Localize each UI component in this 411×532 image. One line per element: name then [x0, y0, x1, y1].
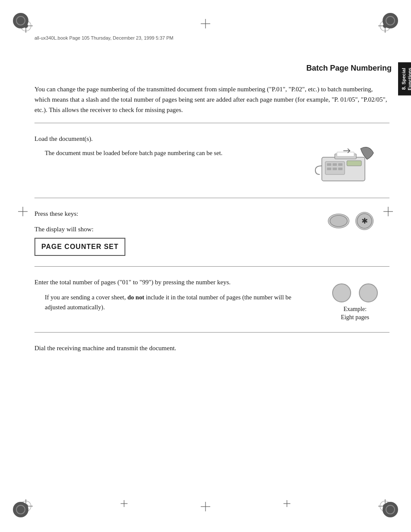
step3-image: Example: Eight pages [321, 277, 389, 322]
step3-text: Enter the total number of pages ("01" to… [34, 277, 312, 312]
step3-note-bold: do not [128, 294, 144, 301]
step3-row: Enter the total number of pages ("01" to… [34, 271, 389, 328]
header-text: all-ux340L.book Page 105 Thursday, Decem… [34, 35, 173, 40]
svg-point-26 [383, 502, 398, 517]
step3-note-prefix: If you are sending a cover sheet, [45, 294, 128, 301]
svg-rect-44 [347, 161, 361, 166]
main-content: You can change the page numbering of the… [34, 84, 389, 485]
side-tab: 8. Special Functions [398, 62, 411, 96]
oval-button [328, 214, 349, 228]
svg-rect-39 [333, 163, 337, 166]
bottom-left-circle [12, 501, 29, 520]
step1-main: Load the document(s). [34, 134, 295, 144]
step1-row: Load the document(s). The document must … [34, 128, 389, 193]
fax-machine-illustration [309, 136, 384, 187]
svg-point-47 [330, 215, 347, 227]
divider-2 [34, 198, 389, 198]
divider-1 [34, 123, 389, 123]
number-button-pair [332, 283, 378, 302]
step4-text: Dial the receiving machine and transmit … [34, 343, 389, 353]
step3-note: If you are sending a cover sheet, do not… [45, 292, 312, 312]
intro-paragraph: You can change the page numbering of the… [34, 84, 389, 115]
page-title: Batch Page Numbering [306, 64, 392, 73]
num-btn-2 [359, 283, 378, 302]
svg-rect-43 [338, 168, 342, 170]
header-file-info: all-ux340L.book Page 105 Thursday, Decem… [34, 35, 377, 40]
step2-buttons: ✱ [312, 208, 389, 230]
divider-4 [34, 332, 389, 333]
divider-3 [34, 266, 389, 267]
step4-row: Dial the receiving machine and transmit … [34, 337, 389, 359]
svg-rect-41 [327, 168, 331, 170]
svg-rect-46 [337, 152, 354, 156]
step1-note: The document must be loaded before batch… [45, 148, 295, 158]
step2-display-label: The display will show: [34, 224, 299, 234]
svg-point-28 [13, 13, 28, 28]
step3-main: Enter the total number of pages ("01" to… [34, 277, 312, 287]
step2-text: Press these keys: The display will show:… [34, 208, 299, 256]
svg-rect-42 [333, 168, 337, 170]
example-label: Example: Eight pages [341, 305, 369, 322]
star-button: ✱ [355, 212, 374, 230]
num-btn-1 [332, 283, 351, 302]
step2-row: Press these keys: The display will show:… [34, 202, 389, 262]
svg-point-24 [13, 502, 28, 517]
step4-main: Dial the receiving machine and transmit … [34, 343, 389, 353]
step2-main: Press these keys: [34, 208, 299, 219]
mid-left-mark [18, 207, 28, 218]
svg-rect-38 [327, 163, 331, 166]
bottom-cross-right [283, 500, 290, 509]
top-center-mark [201, 19, 210, 30]
svg-point-30 [383, 13, 398, 28]
bottom-right-circle [382, 501, 399, 520]
display-box: PAGE COUNTER SET [34, 238, 125, 256]
step1-image [303, 134, 389, 187]
svg-text:✱: ✱ [361, 217, 368, 225]
top-right-circle [382, 12, 399, 31]
key-button-row: ✱ [328, 212, 374, 230]
bottom-center-mark [201, 502, 210, 513]
top-left-circle [12, 12, 29, 31]
svg-rect-40 [338, 163, 342, 166]
step1-text: Load the document(s). The document must … [34, 134, 295, 158]
bottom-cross-left [121, 500, 128, 509]
